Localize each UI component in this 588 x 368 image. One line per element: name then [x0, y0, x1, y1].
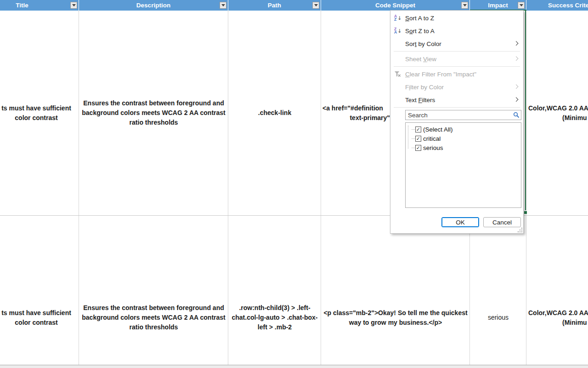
cell-text: (Minimu — [526, 113, 588, 123]
header-label: Description — [136, 2, 170, 9]
cell-description[interactable]: Ensures the contrast between foreground … — [79, 215, 228, 368]
header-success-criteria[interactable]: Success Crite — [526, 0, 588, 11]
filter-search-input[interactable] — [405, 110, 521, 120]
header-label: Code Snippet — [375, 2, 415, 9]
bottom-strip — [0, 365, 588, 368]
cell-text: Color,WCAG 2.0 AA — [526, 104, 588, 113]
table-row: ts must have sufficient color contrast E… — [0, 215, 588, 368]
cell-text: (Minimu — [526, 318, 588, 328]
menu-item-sort-a-to-z[interactable]: AZ↓ Sort A to Z — [390, 12, 523, 24]
menu-separator — [394, 51, 520, 52]
sort-az-icon: AZ↓ — [394, 15, 405, 22]
clear-filter-icon — [394, 71, 405, 77]
filter-button-code-snippet[interactable] — [461, 2, 468, 9]
menu-item-clear-filter: Clear Filter From "Impact" — [390, 68, 523, 80]
filter-checkbox-critical[interactable]: critical — [412, 134, 521, 143]
gridline — [228, 11, 228, 365]
menu-item-label: Sort Z to A — [405, 28, 435, 34]
active-cell-right-border — [525, 11, 526, 210]
cell-title[interactable]: ts must have sufficient color contrast — [0, 215, 79, 368]
filter-search — [405, 110, 521, 120]
filter-button-impact[interactable] — [518, 2, 525, 9]
menu-item-label: Text Filters — [405, 97, 435, 104]
ok-button[interactable]: OK — [441, 217, 479, 227]
cell-description[interactable]: Ensures the contrast between foreground … — [79, 11, 228, 215]
menu-item-sort-by-color[interactable]: Sort by Color — [390, 37, 523, 50]
cell-code-snippet[interactable]: <p class="mb-2">Okay! So tell me the qui… — [321, 215, 470, 368]
cell-path[interactable]: .row:nth-child(3) > .left- chat.col-lg-a… — [228, 215, 321, 368]
resize-grip[interactable] — [517, 227, 523, 233]
checkbox-label: (Select All) — [423, 126, 453, 133]
header-code-snippet[interactable]: Code Snippet — [321, 0, 470, 11]
header-path[interactable]: Path — [228, 0, 321, 11]
filter-button-title[interactable] — [70, 2, 77, 9]
filter-menu: AZ↓ Sort A to Z ZA↓ Sort Z to A Sort by … — [390, 11, 523, 108]
submenu-arrow-icon — [514, 56, 519, 61]
cell-text: ts must have sufficient color contrast — [0, 104, 73, 123]
menu-separator — [394, 66, 520, 67]
cell-title[interactable]: ts must have sufficient color contrast — [0, 11, 79, 215]
gridline — [321, 11, 321, 365]
menu-item-label: Sort by Color — [405, 40, 441, 47]
filter-button-description[interactable] — [220, 2, 226, 9]
fill-handle[interactable] — [524, 211, 527, 214]
menu-separator — [394, 107, 520, 108]
checkbox-label: serious — [423, 144, 443, 151]
cell-text: Color,WCAG 2.0 AA — [526, 308, 588, 318]
checkbox-checked-icon[interactable] — [415, 136, 421, 142]
menu-item-label: Filter by Color — [405, 84, 444, 91]
filter-value-list[interactable]: (Select All) critical serious — [405, 122, 521, 208]
menu-item-text-filters[interactable]: Text Filters — [390, 93, 523, 106]
cell-path[interactable]: .check-link — [228, 11, 321, 215]
menu-item-label: Sort A to Z — [405, 15, 434, 22]
gridline — [79, 11, 79, 365]
menu-item-filter-by-color: Filter by Color — [390, 80, 523, 93]
cell-impact[interactable]: serious — [470, 215, 526, 368]
header-label: Title — [0, 2, 44, 9]
filter-button-path[interactable] — [312, 2, 319, 9]
spreadsheet: { "colors": { "header_bg": "#5B9BD5", "h… — [0, 0, 588, 368]
checkbox-checked-icon[interactable] — [415, 145, 421, 151]
gridline — [526, 11, 526, 365]
header-description[interactable]: Description — [79, 0, 228, 11]
cell-success-criteria[interactable]: Color,WCAG 2.0 AA (Minimu — [526, 11, 588, 215]
header-title[interactable]: Title — [0, 0, 79, 11]
checkbox-label: critical — [423, 135, 441, 142]
dialog-buttons: OK Cancel — [441, 217, 521, 227]
header-row: Title Description Path Code Snippet Impa… — [0, 0, 588, 11]
search-icon — [513, 112, 520, 118]
submenu-arrow-icon — [514, 41, 519, 46]
menu-item-sort-z-to-a[interactable]: ZA↓ Sort Z to A — [390, 24, 523, 37]
checkbox-checked-icon[interactable] — [415, 126, 421, 132]
menu-item-label: Sheet View — [405, 56, 436, 63]
filter-checkbox-serious[interactable]: serious — [412, 143, 521, 152]
cell-text: ts must have sufficient color contrast — [0, 308, 73, 328]
header-impact[interactable]: Impact — [470, 0, 526, 11]
submenu-arrow-icon — [514, 84, 519, 89]
filter-checkbox-select-all[interactable]: (Select All) — [412, 125, 521, 134]
menu-item-label: Clear Filter From "Impact" — [405, 71, 476, 78]
cell-text: text-primary" — [321, 113, 390, 123]
menu-item-sheet-view: Sheet View — [390, 52, 523, 65]
sort-za-icon: ZA↓ — [394, 28, 405, 34]
header-label: Success Crite — [526, 2, 588, 9]
header-label: Path — [268, 2, 281, 9]
submenu-arrow-icon — [514, 97, 519, 102]
filter-dropdown-panel: AZ↓ Sort A to Z ZA↓ Sort Z to A Sort by … — [390, 10, 524, 234]
header-label: Impact — [488, 2, 508, 9]
cell-success-criteria[interactable]: Color,WCAG 2.0 AA (Minimu — [526, 215, 588, 368]
cancel-button[interactable]: Cancel — [483, 217, 521, 227]
